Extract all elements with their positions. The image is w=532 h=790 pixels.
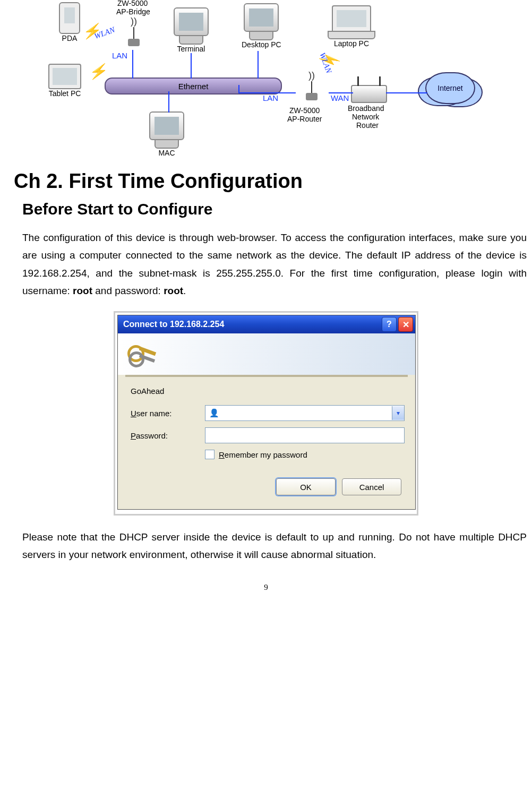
laptop-label: Laptop PC [328, 39, 375, 48]
desktop-device: Desktop PC [242, 3, 281, 49]
para1-text-c: and password: [92, 285, 164, 296]
username-combo[interactable]: ▾ [205, 405, 405, 421]
line-lan2v [238, 85, 239, 93]
ok-label: OK [300, 483, 312, 492]
tablet-device: Tablet PC [48, 64, 81, 98]
network-diagram: PDA Tablet PC )) ZW-5000 AP-Bridge Termi… [48, 0, 484, 159]
lan-label-2: LAN [263, 93, 278, 102]
ethernet-label: Ethernet [178, 82, 209, 91]
ap-bridge-label-1: ZW-5000 [117, 0, 148, 7]
ap-bridge-device: )) [116, 18, 151, 46]
password-input[interactable] [205, 428, 404, 442]
wan-label: WAN [331, 93, 349, 102]
broadband-label-2: Network [352, 113, 379, 121]
username-input[interactable] [222, 407, 392, 419]
ap-bridge-label-2: AP-Bridge [116, 7, 150, 16]
password-field[interactable] [205, 427, 405, 443]
desktop-label: Desktop PC [242, 40, 281, 49]
terminal-label: Terminal [174, 45, 209, 53]
para1-bold-user: root [73, 285, 92, 296]
laptop-device: Laptop PC [328, 5, 375, 48]
line-ap-lan [132, 50, 133, 79]
remember-label: Remember my password [219, 450, 307, 459]
dialog-titlebar: Connect to 192.168.2.254 ? ✕ [118, 315, 415, 333]
dhcp-paragraph: Please note that the DHCP server inside … [22, 528, 527, 564]
close-button[interactable]: ✕ [398, 317, 413, 332]
dialog-banner [118, 333, 415, 375]
terminal-device: Terminal [174, 7, 209, 53]
user-icon [209, 408, 219, 418]
pda-device: PDA [59, 2, 80, 42]
page-number: 9 [0, 583, 532, 603]
help-button[interactable]: ? [382, 317, 397, 332]
dialog-title: Connect to 192.168.2.254 [123, 320, 224, 329]
tablet-label: Tablet PC [48, 89, 81, 98]
keys-icon [127, 342, 155, 366]
intro-paragraph: The configuration of this device is thro… [22, 229, 527, 299]
ap-router-label-1: ZW-5000 [289, 106, 320, 115]
ap-router-label-2: AP-Router [287, 115, 322, 123]
realm-label: GoAhead [131, 387, 405, 396]
lan-label-1: LAN [112, 51, 127, 60]
internet-cloud: Internet [425, 72, 475, 104]
cancel-label: Cancel [359, 483, 384, 492]
line-mac [168, 91, 169, 113]
internet-label: Internet [437, 84, 462, 92]
login-dialog: Connect to 192.168.2.254 ? ✕ GoAhead Use… [117, 315, 416, 510]
ok-button[interactable]: OK [276, 478, 336, 495]
login-dialog-wrapper: Connect to 192.168.2.254 ? ✕ GoAhead Use… [114, 311, 418, 516]
para1-text-e: . [183, 285, 186, 296]
cancel-button[interactable]: Cancel [342, 478, 401, 495]
line-terminal [191, 53, 192, 79]
remember-checkbox[interactable] [205, 450, 214, 459]
broadband-label-1: Broadband [348, 104, 384, 113]
ap-router-device: )) [296, 72, 328, 100]
broadband-router-device [351, 85, 387, 103]
para1-bold-pass: root [164, 285, 183, 296]
mac-device: MAC [149, 111, 184, 157]
line-internet [386, 92, 427, 93]
wlan-zigzag-2: ⚡ [88, 63, 110, 80]
password-label: Password: [131, 431, 205, 440]
broadband-label-3: Router [356, 121, 379, 130]
pda-label: PDA [59, 34, 80, 42]
username-label: User name: [131, 409, 205, 418]
chapter-title: Ch 2. First Time Configuration [14, 170, 532, 193]
line-desktop [258, 51, 259, 79]
section-title: Before Start to Configure [22, 200, 532, 218]
mac-label: MAC [149, 149, 184, 157]
dropdown-button[interactable]: ▾ [392, 406, 404, 420]
